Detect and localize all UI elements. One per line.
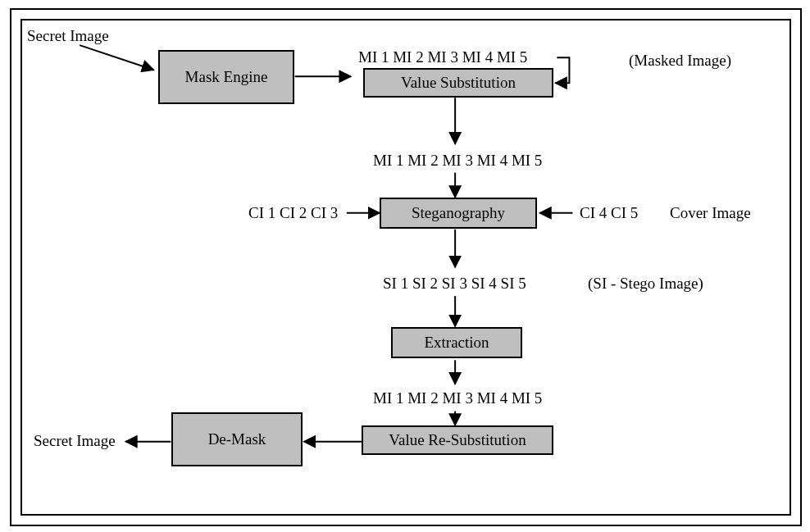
- mi-sequence-top: MI 1 MI 2 MI 3 MI 4 MI 5: [358, 48, 527, 66]
- mi-sequence-bottom: MI 1 MI 2 MI 3 MI 4 MI 5: [373, 389, 542, 407]
- extraction-box: Extraction: [391, 327, 522, 358]
- value-re-substitution-box: Value Re-Substitution: [362, 425, 553, 455]
- value-substitution-box: Value Substitution: [363, 68, 553, 98]
- value-substitution-text: Value Substitution: [401, 74, 516, 92]
- mask-engine-box: Mask Engine: [158, 50, 294, 104]
- ci-right-sequence: CI 4 CI 5: [580, 204, 638, 222]
- secret-image-out-label: Secret Image: [34, 432, 116, 450]
- steganography-box: Steganography: [380, 198, 537, 229]
- svg-line-0: [80, 45, 153, 70]
- de-mask-box: De-Mask: [171, 412, 303, 466]
- de-mask-text: De-Mask: [208, 430, 266, 448]
- ci-left-sequence: CI 1 CI 2 CI 3: [248, 204, 338, 222]
- steganography-text: Steganography: [412, 204, 505, 222]
- stego-image-label: (SI - Stego Image): [588, 275, 703, 293]
- mask-engine-text: Mask Engine: [185, 68, 268, 86]
- value-re-substitution-text: Value Re-Substitution: [389, 431, 526, 449]
- masked-image-label: (Masked Image): [629, 52, 731, 70]
- secret-image-in-label: Secret Image: [27, 27, 109, 45]
- si-sequence: SI 1 SI 2 SI 3 SI 4 SI 5: [383, 275, 526, 293]
- mi-sequence-mid: MI 1 MI 2 MI 3 MI 4 MI 5: [373, 152, 542, 170]
- cover-image-label: Cover Image: [670, 204, 751, 222]
- extraction-text: Extraction: [424, 334, 489, 352]
